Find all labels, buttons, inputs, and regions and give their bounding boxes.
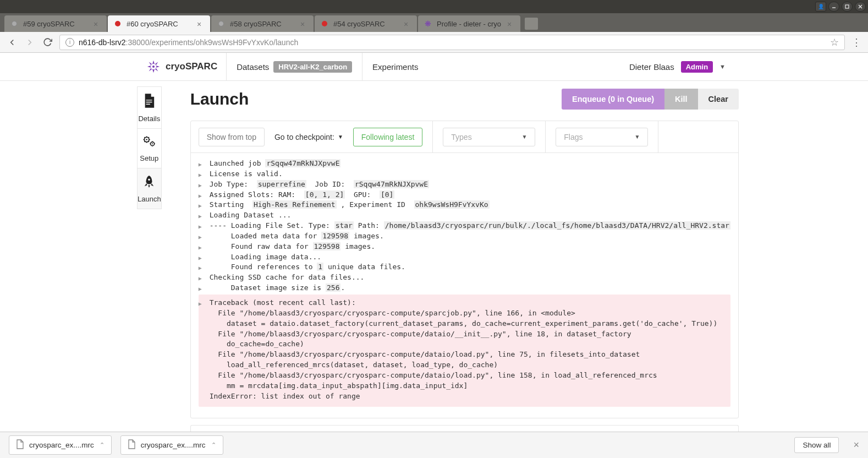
tab-close-icon[interactable]: × [507,20,515,28]
log-panel: Show from top Go to checkpoint: ▼ Follow… [190,121,739,418]
log-line: ▶Job Type: superrefine Job ID: rSqqw47mR… [199,179,730,190]
browser-tab[interactable]: ❋Profile - dieter - cryo× [418,15,520,32]
browser-menu-icon[interactable]: ⋮ [851,36,861,48]
browser-tab-strip: #59 cryoSPARC×#60 cryoSPARC×#58 cryoSPAR… [0,13,868,32]
expand-caret-icon[interactable]: ▶ [199,242,210,252]
app-header: cryoSPARC Datasets HRV2-all-K2_carbon Ex… [0,53,868,81]
log-line: ▶ Found references to 1 unique data file… [199,262,730,272]
expand-caret-icon[interactable]: ▶ [199,200,210,210]
expand-caret-icon[interactable]: ▶ [199,190,210,200]
tab-close-icon[interactable]: × [404,20,411,28]
caret-down-icon: ▼ [521,134,527,140]
admin-badge: Admin [681,61,713,73]
download-item[interactable]: cryosparc_ex....mrc⌃ [120,435,223,455]
page-title: Launch [190,90,249,108]
sidebar-item-details[interactable]: Details [137,86,162,129]
back-button[interactable] [7,37,18,48]
expand-caret-icon[interactable]: ▶ [199,298,210,308]
window-help-button[interactable]: 👤 [815,2,826,12]
browser-tab[interactable]: #60 cryoSPARC× [108,15,210,32]
dataset-badge: HRV2-all-K2_carbon [273,61,352,73]
expand-caret-icon[interactable]: ▶ [199,272,210,283]
clear-button[interactable]: Clear [698,89,739,110]
window-titlebar: 👤 [0,0,868,13]
svg-rect-1 [845,5,849,8]
file-icon [16,439,24,451]
svg-point-4 [152,66,155,68]
tab-title: #60 cryoSPARC [127,20,194,28]
main-column: Launch Enqueue (0 in Queue) Kill Clear S… [190,86,739,432]
chevron-up-icon[interactable]: ⌃ [211,441,216,449]
user-name[interactable]: Dieter Blaas [629,62,674,72]
app-logo[interactable]: cryoSPARC [137,59,226,74]
browser-tab[interactable]: #59 cryoSPARC× [4,15,107,32]
tab-close-icon[interactable]: × [300,20,308,28]
log-line: ▶Starting High-Res Refinement , Experime… [199,200,730,210]
nav-datasets[interactable]: Datasets HRV2-all-K2_carbon [226,53,362,80]
reload-button[interactable] [42,37,53,48]
tab-close-icon[interactable]: × [94,20,101,28]
tab-status-icon [217,19,226,28]
expand-caret-icon[interactable]: ▶ [199,169,210,179]
expand-caret-icon[interactable]: ▶ [199,252,210,263]
expand-caret-icon[interactable]: ▶ [199,231,210,242]
log-toolbar: Show from top Go to checkpoint: ▼ Follow… [191,121,738,153]
expand-caret-icon[interactable]: ▶ [199,179,210,190]
expand-caret-icon[interactable]: ▶ [199,159,210,169]
flags-filter-dropdown[interactable]: Flags ▼ [556,128,648,146]
download-item[interactable]: cryosparc_ex....mrc⌃ [9,435,112,455]
expand-caret-icon[interactable]: ▶ [199,221,210,231]
tab-close-icon[interactable]: × [197,20,205,28]
log-line: ▶Loading Dataset ... [199,210,730,221]
sidebar-item-launch[interactable]: Launch [137,168,162,209]
nav-experiments[interactable]: Experiments [362,53,428,80]
following-latest-button[interactable]: Following latest [353,128,423,146]
types-filter-dropdown[interactable]: Types ▼ [443,128,535,146]
tab-title: #58 cryoSPARC [230,20,297,28]
go-to-checkpoint-dropdown[interactable]: Go to checkpoint: ▼ [274,133,343,141]
window-maximize-button[interactable] [842,2,853,12]
expand-caret-icon[interactable]: ▶ [199,283,210,293]
kill-button[interactable]: Kill [664,89,698,110]
enqueue-button[interactable]: Enqueue (0 in Queue) [562,89,664,110]
new-tab-button[interactable] [525,18,538,30]
sidebar-item-label: Launch [138,195,161,203]
show-from-top-button[interactable]: Show from top [199,128,265,146]
browser-tab[interactable]: #58 cryoSPARC× [211,15,314,32]
tab-title: #59 cryoSPARC [23,20,90,28]
tab-status-icon [10,19,19,28]
caret-down-icon: ▼ [338,134,343,140]
browser-tab[interactable]: #54 cryoSPARC× [315,15,417,32]
gear-icon [142,135,156,151]
window-close-button[interactable] [855,2,866,12]
rocket-icon [143,175,155,192]
browser-toolbar: i n616-db-lsrv2:38000/experiments/ohk9ws… [0,32,868,53]
url-bar[interactable]: i n616-db-lsrv2:38000/experiments/ohk9ws… [59,35,845,50]
expand-caret-icon[interactable]: ▶ [199,262,210,272]
sidebar-item-setup[interactable]: Setup [137,129,162,168]
site-info-icon[interactable]: i [65,38,74,47]
tab-status-icon [320,19,329,28]
file-icon [143,94,155,111]
expand-caret-icon[interactable]: ▶ [199,210,210,221]
cryosparc-logo-icon [146,59,161,74]
show-all-downloads-button[interactable]: Show all [794,437,839,453]
chevron-up-icon[interactable]: ⌃ [100,441,105,449]
log-line: ▶ Dataset image size is 256. [199,283,730,293]
events-footer: Loaded 14 events [190,425,739,432]
bookmark-star-icon[interactable]: ☆ [830,36,839,48]
forward-button[interactable] [24,37,35,48]
download-filename: cryosparc_ex....mrc [141,441,206,449]
svg-point-8 [152,143,153,144]
log-line: ▶ Found raw data for 129598 images. [199,242,730,252]
log-line: ▶ Loading image data... [199,252,730,263]
svg-point-6 [146,139,148,140]
sidebar: DetailsSetupLaunch [137,86,162,432]
close-download-bar-icon[interactable]: × [853,439,859,451]
app-logo-text: cryoSPARC [166,61,217,72]
sidebar-item-label: Setup [140,154,158,162]
download-bar: cryosparc_ex....mrc⌃cryosparc_ex....mrc⌃… [0,432,868,458]
window-minimize-button[interactable] [828,2,839,12]
log-line: ▶Checking SSD cache for data files... [199,272,730,283]
user-menu-caret-icon[interactable]: ▼ [719,63,726,70]
